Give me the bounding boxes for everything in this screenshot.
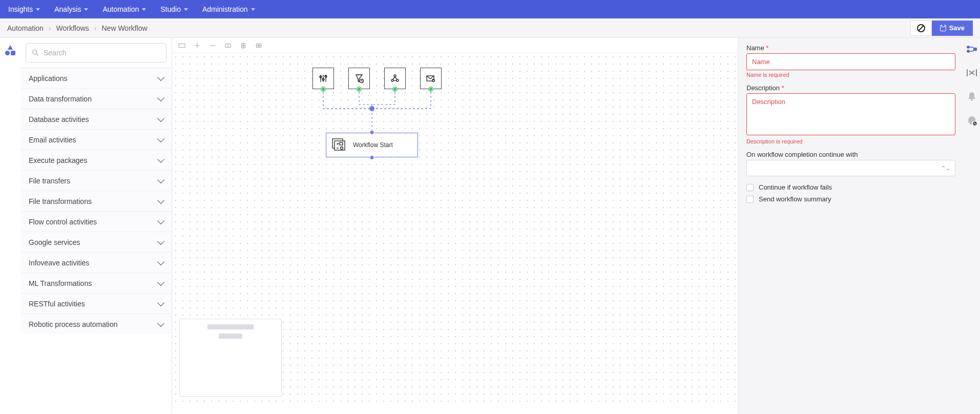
continue-if-fails-row[interactable]: Continue if workflow fails [746,183,955,191]
chevron-down-icon [157,114,164,121]
chevron-down-icon [157,237,164,244]
category-item[interactable]: Applications [20,68,172,88]
close-panel-icon[interactable] [967,68,977,80]
minimap[interactable] [179,319,282,397]
description-field[interactable] [746,93,955,135]
category-item[interactable]: Database activities [20,109,172,129]
chevron-down-icon [157,278,164,285]
port-out-icon [370,155,374,160]
name-error: Name is required [746,72,955,78]
chevron-down-icon [36,8,40,11]
svg-point-40 [971,99,973,101]
align-horizontal-icon[interactable] [255,42,262,49]
nav-automation[interactable]: Automation [102,5,146,13]
send-summary-label: Send workflow summary [759,195,831,203]
category-item[interactable]: Flow control activities [20,211,172,232]
category-item[interactable]: Robotic process automation [20,314,172,334]
trigger-email-node[interactable] [420,68,442,89]
trigger-webhook-node[interactable] [384,68,406,89]
notifications-icon[interactable] [967,91,976,104]
category-item[interactable]: Email activities [20,129,172,150]
continue-with-select[interactable] [746,160,955,176]
chevron-down-icon [157,94,164,101]
continue-if-fails-label: Continue if workflow fails [759,183,832,191]
breadcrumb: Automation › Workflows › New Workflow [7,24,148,32]
svg-point-14 [369,106,374,111]
chevron-down-icon [84,8,88,11]
search-input[interactable] [44,49,161,57]
description-label: Description * [746,84,955,92]
save-icon [940,25,946,31]
canvas-toolbar [172,38,738,53]
chevron-down-icon [157,319,164,326]
breadcrumb-item[interactable]: Automation [7,24,44,32]
workflow-canvas[interactable]: Workflow Start [172,53,738,407]
workflow-start-icon [331,138,347,152]
category-item[interactable]: Execute packages [20,150,172,170]
nav-administration[interactable]: Administration [202,5,255,13]
workflow-start-label: Workflow Start [353,141,393,149]
category-item[interactable]: File transfers [20,170,172,191]
chevron-right-icon: › [94,24,97,32]
svg-point-0 [33,50,37,54]
shapes-icon[interactable] [5,45,15,55]
svg-point-25 [391,79,393,81]
cancel-button[interactable] [910,20,932,36]
svg-point-33 [967,46,969,48]
minimap-shape [219,334,242,339]
category-item[interactable]: File transformations [20,191,172,211]
description-error: Description is required [746,138,955,144]
theme-icon[interactable] [967,115,977,128]
align-vertical-icon[interactable] [240,42,247,49]
activity-sidebar: ApplicationsData transformationDatabase … [20,38,172,414]
workflow-canvas-wrap: Workflow Start [172,38,738,414]
left-icon-rail [0,38,20,414]
properties-panel: Name * Name is required Description * De… [738,38,964,414]
chevron-down-icon [157,73,164,80]
chevron-down-icon [142,8,146,11]
chevron-down-icon [157,258,164,265]
minimap-shape [207,324,254,329]
checkbox-icon [746,184,754,191]
chevron-down-icon [157,217,164,224]
send-summary-row[interactable]: Send workflow summary [746,195,955,203]
zoom-in-icon[interactable] [194,42,201,49]
cancel-icon [917,24,925,32]
trigger-parameters-node[interactable] [312,68,334,89]
chevron-down-icon [157,196,164,203]
svg-rect-2 [179,44,185,47]
workflow-settings-icon[interactable] [966,45,977,57]
svg-point-34 [967,50,969,52]
breadcrumb-bar: Automation › Workflows › New Workflow Sa… [0,18,980,38]
breadcrumb-item[interactable]: Workflows [56,24,89,32]
name-label: Name * [746,44,955,52]
checkbox-icon [746,196,754,203]
trigger-schedule-node[interactable] [348,68,370,89]
port-in-icon [370,130,374,135]
chevron-down-icon [157,176,164,183]
nav-studio[interactable]: Studio [160,5,188,13]
name-field[interactable] [746,53,955,70]
svg-point-26 [397,79,399,81]
chevron-down-icon [157,299,164,306]
category-item[interactable]: Google services [20,232,172,252]
save-button[interactable]: Save [932,20,973,36]
ratio-icon[interactable] [224,42,232,49]
workflow-start-node[interactable]: Workflow Start [326,133,418,157]
chevron-down-icon [157,155,164,162]
chevron-right-icon: › [49,24,51,32]
breadcrumb-item: New Workflow [101,24,147,32]
nav-insights[interactable]: Insights [8,5,40,13]
category-item[interactable]: ML Transformations [20,273,172,293]
zoom-out-icon[interactable] [209,42,216,49]
chevron-down-icon [251,8,255,11]
fit-icon[interactable] [178,42,185,49]
search-icon [31,49,39,57]
continue-with-label: On workflow completion continue with [746,151,955,158]
nav-analysis[interactable]: Analysis [54,5,88,13]
category-item[interactable]: Infoveave activities [20,252,172,273]
category-item[interactable]: Data transformation [20,88,172,109]
chevron-down-icon [184,8,188,11]
svg-point-24 [394,75,396,77]
category-item[interactable]: RESTful activities [20,293,172,314]
